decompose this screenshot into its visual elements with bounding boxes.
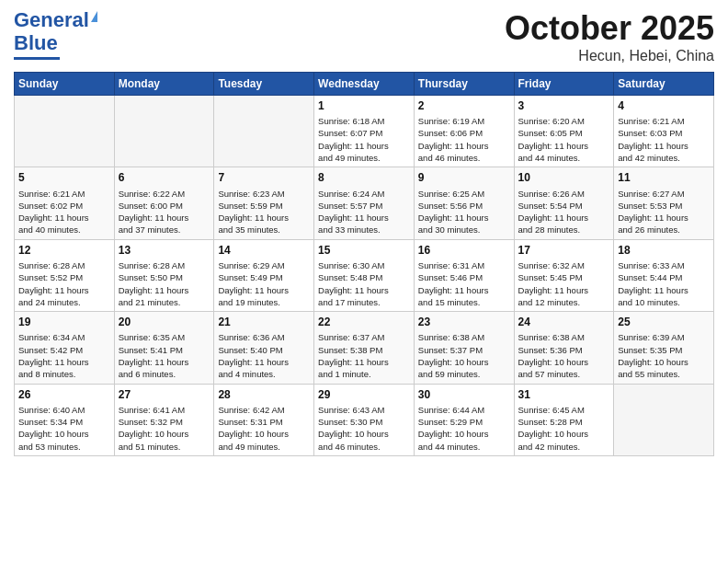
day-info: Sunrise: 6:26 AM Sunset: 5:54 PM Dayligh… — [518, 188, 610, 236]
day-number: 23 — [418, 315, 510, 329]
day-info: Sunrise: 6:27 AM Sunset: 5:53 PM Dayligh… — [618, 188, 710, 236]
weekday-header-sunday: Sunday — [15, 73, 115, 96]
day-cell: 18Sunrise: 6:33 AM Sunset: 5:44 PM Dayli… — [614, 239, 714, 311]
day-info: Sunrise: 6:28 AM Sunset: 5:50 PM Dayligh… — [119, 259, 210, 308]
day-info: Sunrise: 6:36 AM Sunset: 5:40 PM Dayligh… — [218, 331, 310, 380]
day-cell: 31Sunrise: 6:45 AM Sunset: 5:28 PM Dayli… — [514, 384, 614, 455]
weekday-header-row: SundayMondayTuesdayWednesdayThursdayFrid… — [15, 73, 714, 96]
day-number: 27 — [119, 387, 210, 402]
week-row-4: 19Sunrise: 6:34 AM Sunset: 5:42 PM Dayli… — [15, 312, 714, 384]
day-number: 17 — [518, 243, 610, 258]
day-cell: 27Sunrise: 6:41 AM Sunset: 5:32 PM Dayli… — [114, 384, 214, 455]
day-cell: 14Sunrise: 6:29 AM Sunset: 5:49 PM Dayli… — [214, 239, 314, 311]
day-cell: 1Sunrise: 6:18 AM Sunset: 6:07 PM Daylig… — [314, 96, 415, 167]
day-cell: 9Sunrise: 6:25 AM Sunset: 5:56 PM Daylig… — [414, 167, 514, 239]
day-info: Sunrise: 6:43 AM Sunset: 5:30 PM Dayligh… — [318, 404, 410, 453]
logo-general: General — [14, 8, 89, 31]
day-info: Sunrise: 6:41 AM Sunset: 5:32 PM Dayligh… — [119, 404, 210, 453]
day-number: 25 — [618, 315, 710, 329]
day-cell: 22Sunrise: 6:37 AM Sunset: 5:38 PM Dayli… — [314, 312, 415, 384]
day-cell: 29Sunrise: 6:43 AM Sunset: 5:30 PM Dayli… — [314, 384, 415, 455]
day-cell: 15Sunrise: 6:30 AM Sunset: 5:48 PM Dayli… — [314, 239, 415, 311]
calendar-table: SundayMondayTuesdayWednesdayThursdayFrid… — [14, 72, 714, 456]
day-cell: 28Sunrise: 6:42 AM Sunset: 5:31 PM Dayli… — [214, 384, 314, 455]
day-number: 28 — [218, 387, 310, 402]
day-info: Sunrise: 6:38 AM Sunset: 5:37 PM Dayligh… — [418, 331, 510, 380]
day-number: 30 — [418, 387, 510, 402]
day-cell: 20Sunrise: 6:35 AM Sunset: 5:41 PM Dayli… — [114, 312, 214, 384]
day-cell: 17Sunrise: 6:32 AM Sunset: 5:45 PM Dayli… — [514, 239, 614, 311]
header: General Blue October 2025 Hecun, Hebei, … — [14, 9, 714, 64]
day-info: Sunrise: 6:35 AM Sunset: 5:41 PM Dayligh… — [119, 331, 210, 380]
day-info: Sunrise: 6:30 AM Sunset: 5:48 PM Dayligh… — [318, 259, 410, 308]
day-info: Sunrise: 6:38 AM Sunset: 5:36 PM Dayligh… — [518, 331, 610, 380]
day-cell: 23Sunrise: 6:38 AM Sunset: 5:37 PM Dayli… — [414, 312, 514, 384]
weekday-header-tuesday: Tuesday — [214, 73, 314, 96]
day-number: 21 — [218, 315, 310, 329]
location: Hecun, Hebei, China — [505, 48, 714, 64]
day-cell: 21Sunrise: 6:36 AM Sunset: 5:40 PM Dayli… — [214, 312, 314, 384]
title-block: October 2025 Hecun, Hebei, China — [505, 9, 714, 64]
day-cell: 5Sunrise: 6:21 AM Sunset: 6:02 PM Daylig… — [15, 167, 115, 239]
day-number: 29 — [318, 387, 410, 402]
logo-blue: Blue — [14, 31, 58, 55]
day-number: 14 — [218, 243, 310, 258]
day-number: 1 — [318, 98, 410, 113]
week-row-2: 5Sunrise: 6:21 AM Sunset: 6:02 PM Daylig… — [15, 167, 714, 239]
day-info: Sunrise: 6:45 AM Sunset: 5:28 PM Dayligh… — [518, 404, 610, 453]
weekday-header-wednesday: Wednesday — [314, 73, 415, 96]
day-number: 22 — [318, 315, 410, 329]
day-info: Sunrise: 6:20 AM Sunset: 6:05 PM Dayligh… — [518, 115, 610, 164]
day-info: Sunrise: 6:39 AM Sunset: 5:35 PM Dayligh… — [618, 331, 710, 380]
day-number: 7 — [218, 170, 310, 185]
day-number: 2 — [418, 98, 510, 113]
day-info: Sunrise: 6:31 AM Sunset: 5:46 PM Dayligh… — [418, 259, 510, 308]
week-row-3: 12Sunrise: 6:28 AM Sunset: 5:52 PM Dayli… — [15, 239, 714, 311]
day-info: Sunrise: 6:19 AM Sunset: 6:06 PM Dayligh… — [418, 115, 510, 164]
day-info: Sunrise: 6:29 AM Sunset: 5:49 PM Dayligh… — [218, 259, 310, 308]
day-number: 24 — [518, 315, 610, 329]
day-number: 9 — [418, 170, 510, 185]
day-cell: 16Sunrise: 6:31 AM Sunset: 5:46 PM Dayli… — [414, 239, 514, 311]
day-cell: 10Sunrise: 6:26 AM Sunset: 5:54 PM Dayli… — [514, 167, 614, 239]
week-row-1: 1Sunrise: 6:18 AM Sunset: 6:07 PM Daylig… — [15, 96, 714, 167]
day-info: Sunrise: 6:44 AM Sunset: 5:29 PM Dayligh… — [418, 404, 510, 453]
day-cell — [15, 96, 115, 167]
day-cell: 4Sunrise: 6:21 AM Sunset: 6:03 PM Daylig… — [614, 96, 714, 167]
day-number: 26 — [18, 387, 110, 402]
logo-text: General — [14, 9, 97, 31]
day-number: 5 — [18, 170, 110, 185]
day-number: 31 — [518, 387, 610, 402]
day-info: Sunrise: 6:21 AM Sunset: 6:02 PM Dayligh… — [18, 188, 110, 236]
weekday-header-monday: Monday — [114, 73, 214, 96]
day-number: 8 — [318, 170, 410, 185]
day-info: Sunrise: 6:18 AM Sunset: 6:07 PM Dayligh… — [318, 115, 410, 164]
day-cell: 12Sunrise: 6:28 AM Sunset: 5:52 PM Dayli… — [15, 239, 115, 311]
day-number: 3 — [518, 98, 610, 113]
day-cell: 6Sunrise: 6:22 AM Sunset: 6:00 PM Daylig… — [114, 167, 214, 239]
day-number: 20 — [119, 315, 210, 329]
day-info: Sunrise: 6:24 AM Sunset: 5:57 PM Dayligh… — [318, 188, 410, 236]
day-info: Sunrise: 6:33 AM Sunset: 5:44 PM Dayligh… — [618, 259, 710, 308]
day-info: Sunrise: 6:32 AM Sunset: 5:45 PM Dayligh… — [518, 259, 610, 308]
day-info: Sunrise: 6:25 AM Sunset: 5:56 PM Dayligh… — [418, 188, 510, 236]
day-info: Sunrise: 6:34 AM Sunset: 5:42 PM Dayligh… — [18, 331, 110, 380]
day-number: 13 — [119, 243, 210, 258]
day-info: Sunrise: 6:21 AM Sunset: 6:03 PM Dayligh… — [618, 115, 710, 164]
day-info: Sunrise: 6:42 AM Sunset: 5:31 PM Dayligh… — [218, 404, 310, 453]
day-cell: 3Sunrise: 6:20 AM Sunset: 6:05 PM Daylig… — [514, 96, 614, 167]
day-info: Sunrise: 6:22 AM Sunset: 6:00 PM Dayligh… — [119, 188, 210, 236]
day-number: 15 — [318, 243, 410, 258]
logo: General Blue — [14, 9, 97, 60]
weekday-header-saturday: Saturday — [614, 73, 714, 96]
day-info: Sunrise: 6:40 AM Sunset: 5:34 PM Dayligh… — [18, 404, 110, 453]
day-number: 4 — [618, 98, 710, 113]
day-number: 19 — [18, 315, 110, 329]
main-container: General Blue October 2025 Hecun, Hebei, … — [0, 0, 728, 461]
day-cell: 25Sunrise: 6:39 AM Sunset: 5:35 PM Dayli… — [614, 312, 714, 384]
day-number: 11 — [618, 170, 710, 185]
day-info: Sunrise: 6:28 AM Sunset: 5:52 PM Dayligh… — [18, 259, 110, 308]
day-cell: 8Sunrise: 6:24 AM Sunset: 5:57 PM Daylig… — [314, 167, 415, 239]
day-number: 10 — [518, 170, 610, 185]
day-cell: 19Sunrise: 6:34 AM Sunset: 5:42 PM Dayli… — [15, 312, 115, 384]
